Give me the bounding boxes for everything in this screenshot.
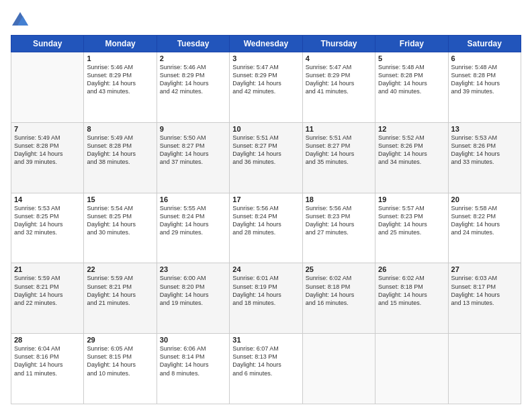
day-info: Sunrise: 5:53 AM Sunset: 8:25 PM Dayligh…	[14, 204, 81, 237]
weekday-thursday: Thursday	[302, 36, 375, 52]
calendar-cell: 7Sunrise: 5:49 AM Sunset: 8:28 PM Daylig…	[11, 122, 84, 193]
day-number: 18	[306, 195, 372, 203]
day-info: Sunrise: 5:47 AM Sunset: 8:29 PM Dayligh…	[306, 63, 372, 96]
calendar-cell: 23Sunrise: 6:00 AM Sunset: 8:20 PM Dayli…	[157, 263, 229, 334]
day-number: 5	[378, 54, 445, 62]
calendar-cell: 8Sunrise: 5:49 AM Sunset: 8:28 PM Daylig…	[84, 122, 157, 193]
day-number: 21	[14, 265, 81, 273]
calendar-cell: 25Sunrise: 6:02 AM Sunset: 8:18 PM Dayli…	[302, 263, 375, 334]
day-number: 30	[160, 336, 226, 344]
calendar-cell: 24Sunrise: 6:01 AM Sunset: 8:19 PM Dayli…	[230, 263, 302, 334]
day-info: Sunrise: 5:48 AM Sunset: 8:28 PM Dayligh…	[378, 63, 445, 96]
day-number: 31	[232, 336, 299, 344]
day-number: 7	[14, 125, 81, 133]
day-info: Sunrise: 5:53 AM Sunset: 8:26 PM Dayligh…	[451, 134, 518, 167]
day-number: 12	[378, 125, 445, 133]
logo-icon	[11, 11, 30, 30]
logo	[11, 11, 32, 30]
day-number: 28	[14, 336, 81, 344]
weekday-sunday: Sunday	[11, 36, 84, 52]
calendar-cell	[448, 334, 521, 404]
page: SundayMondayTuesdayWednesdayThursdayFrid…	[0, 0, 532, 411]
header	[11, 11, 521, 30]
day-info: Sunrise: 5:54 AM Sunset: 8:25 PM Dayligh…	[87, 204, 153, 237]
day-number: 26	[378, 265, 445, 273]
day-info: Sunrise: 6:05 AM Sunset: 8:15 PM Dayligh…	[87, 345, 153, 377]
day-info: Sunrise: 6:02 AM Sunset: 8:18 PM Dayligh…	[306, 274, 372, 307]
day-info: Sunrise: 5:59 AM Sunset: 8:21 PM Dayligh…	[14, 274, 81, 307]
weekday-friday: Friday	[375, 36, 448, 52]
weekday-wednesday: Wednesday	[230, 36, 302, 52]
week-row-4: 21Sunrise: 5:59 AM Sunset: 8:21 PM Dayli…	[11, 263, 521, 334]
day-number: 10	[232, 125, 299, 133]
calendar-cell: 26Sunrise: 6:02 AM Sunset: 8:18 PM Dayli…	[375, 263, 448, 334]
day-info: Sunrise: 5:56 AM Sunset: 8:24 PM Dayligh…	[232, 204, 299, 237]
day-number: 1	[87, 54, 153, 62]
day-number: 9	[160, 125, 226, 133]
day-info: Sunrise: 5:49 AM Sunset: 8:28 PM Dayligh…	[14, 134, 81, 167]
day-info: Sunrise: 5:51 AM Sunset: 8:27 PM Dayligh…	[306, 134, 372, 167]
weekday-monday: Monday	[84, 36, 157, 52]
calendar-cell: 3Sunrise: 5:47 AM Sunset: 8:29 PM Daylig…	[230, 52, 302, 123]
calendar-cell: 2Sunrise: 5:46 AM Sunset: 8:29 PM Daylig…	[157, 52, 229, 123]
day-number: 2	[160, 54, 226, 62]
calendar-cell: 13Sunrise: 5:53 AM Sunset: 8:26 PM Dayli…	[448, 122, 521, 193]
calendar-cell: 5Sunrise: 5:48 AM Sunset: 8:28 PM Daylig…	[375, 52, 448, 123]
calendar-cell: 12Sunrise: 5:52 AM Sunset: 8:26 PM Dayli…	[375, 122, 448, 193]
day-info: Sunrise: 5:46 AM Sunset: 8:29 PM Dayligh…	[160, 63, 226, 96]
day-number: 15	[87, 195, 153, 203]
day-info: Sunrise: 5:47 AM Sunset: 8:29 PM Dayligh…	[232, 63, 299, 96]
day-number: 19	[378, 195, 445, 203]
day-info: Sunrise: 5:59 AM Sunset: 8:21 PM Dayligh…	[87, 274, 153, 307]
day-number: 22	[87, 265, 153, 273]
calendar-cell: 28Sunrise: 6:04 AM Sunset: 8:16 PM Dayli…	[11, 334, 84, 404]
day-info: Sunrise: 6:02 AM Sunset: 8:18 PM Dayligh…	[378, 274, 445, 307]
calendar-cell	[375, 334, 448, 404]
calendar-cell: 20Sunrise: 5:58 AM Sunset: 8:22 PM Dayli…	[448, 193, 521, 263]
day-number: 4	[306, 54, 372, 62]
day-info: Sunrise: 6:00 AM Sunset: 8:20 PM Dayligh…	[160, 274, 226, 307]
calendar-table: SundayMondayTuesdayWednesdayThursdayFrid…	[11, 35, 521, 404]
weekday-tuesday: Tuesday	[157, 36, 229, 52]
day-number: 16	[160, 195, 226, 203]
day-info: Sunrise: 6:01 AM Sunset: 8:19 PM Dayligh…	[232, 274, 299, 307]
week-row-1: 1Sunrise: 5:46 AM Sunset: 8:29 PM Daylig…	[11, 52, 521, 123]
calendar-cell: 19Sunrise: 5:57 AM Sunset: 8:23 PM Dayli…	[375, 193, 448, 263]
calendar-cell: 10Sunrise: 5:51 AM Sunset: 8:27 PM Dayli…	[230, 122, 302, 193]
calendar-cell: 27Sunrise: 6:03 AM Sunset: 8:17 PM Dayli…	[448, 263, 521, 334]
day-number: 29	[87, 336, 153, 344]
day-number: 27	[451, 265, 518, 273]
calendar-cell	[11, 52, 84, 123]
day-number: 3	[232, 54, 299, 62]
calendar-cell: 22Sunrise: 5:59 AM Sunset: 8:21 PM Dayli…	[84, 263, 157, 334]
day-number: 8	[87, 125, 153, 133]
day-number: 24	[232, 265, 299, 273]
day-info: Sunrise: 5:46 AM Sunset: 8:29 PM Dayligh…	[87, 63, 153, 96]
day-number: 20	[451, 195, 518, 203]
calendar-cell: 30Sunrise: 6:06 AM Sunset: 8:14 PM Dayli…	[157, 334, 229, 404]
calendar-cell: 14Sunrise: 5:53 AM Sunset: 8:25 PM Dayli…	[11, 193, 84, 263]
calendar-cell: 4Sunrise: 5:47 AM Sunset: 8:29 PM Daylig…	[302, 52, 375, 123]
week-row-5: 28Sunrise: 6:04 AM Sunset: 8:16 PM Dayli…	[11, 334, 521, 404]
day-info: Sunrise: 6:07 AM Sunset: 8:13 PM Dayligh…	[232, 345, 299, 377]
day-info: Sunrise: 5:56 AM Sunset: 8:23 PM Dayligh…	[306, 204, 372, 237]
week-row-2: 7Sunrise: 5:49 AM Sunset: 8:28 PM Daylig…	[11, 122, 521, 193]
calendar-cell: 11Sunrise: 5:51 AM Sunset: 8:27 PM Dayli…	[302, 122, 375, 193]
day-info: Sunrise: 5:55 AM Sunset: 8:24 PM Dayligh…	[160, 204, 226, 237]
weekday-header-row: SundayMondayTuesdayWednesdayThursdayFrid…	[11, 36, 521, 52]
day-number: 14	[14, 195, 81, 203]
calendar-cell: 9Sunrise: 5:50 AM Sunset: 8:27 PM Daylig…	[157, 122, 229, 193]
day-number: 13	[451, 125, 518, 133]
day-number: 23	[160, 265, 226, 273]
day-number: 11	[306, 125, 372, 133]
day-number: 17	[232, 195, 299, 203]
day-info: Sunrise: 5:58 AM Sunset: 8:22 PM Dayligh…	[451, 204, 518, 237]
calendar-cell: 29Sunrise: 6:05 AM Sunset: 8:15 PM Dayli…	[84, 334, 157, 404]
day-number: 6	[451, 54, 518, 62]
calendar-cell: 6Sunrise: 5:48 AM Sunset: 8:28 PM Daylig…	[448, 52, 521, 123]
day-info: Sunrise: 6:04 AM Sunset: 8:16 PM Dayligh…	[14, 345, 81, 377]
calendar-cell: 1Sunrise: 5:46 AM Sunset: 8:29 PM Daylig…	[84, 52, 157, 123]
day-info: Sunrise: 6:06 AM Sunset: 8:14 PM Dayligh…	[160, 345, 226, 377]
day-info: Sunrise: 5:49 AM Sunset: 8:28 PM Dayligh…	[87, 134, 153, 167]
calendar-cell: 21Sunrise: 5:59 AM Sunset: 8:21 PM Dayli…	[11, 263, 84, 334]
